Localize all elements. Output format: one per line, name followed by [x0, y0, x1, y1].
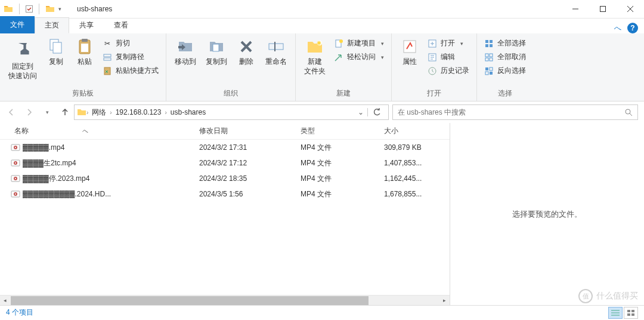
table-row[interactable]: ▓▓▓▓生2tc.mp42024/3/2 17:12MP4 文件1,407,85… [0, 155, 450, 171]
select-none-button[interactable]: 全部取消 [482, 51, 528, 63]
file-name: ▓▓▓▓▓.mp4 [23, 143, 196, 152]
qat-dropdown-icon[interactable]: ▾ [58, 6, 61, 12]
preview-pane: 选择要预览的文件。 [450, 123, 644, 305]
properties-button[interactable]: 属性 [397, 36, 423, 68]
icons-view-button[interactable] [624, 307, 638, 319]
svg-rect-9 [81, 44, 88, 52]
address-dropdown[interactable]: ⌄ [354, 108, 367, 116]
paste-shortcut-button[interactable]: 粘贴快捷方式 [100, 64, 161, 77]
copy-path-button[interactable]: 复制路径 [100, 51, 161, 63]
open-button[interactable]: 打开▾ [425, 37, 472, 50]
svg-rect-8 [82, 39, 88, 42]
delete-button[interactable]: 删除 [233, 36, 259, 68]
new-folder-button[interactable]: 新建 文件夹 [301, 36, 329, 77]
rename-button[interactable]: 重命名 [262, 36, 290, 68]
invert-selection-button[interactable]: 反向选择 [482, 64, 528, 77]
status-bar: 4 个项目 [0, 305, 644, 319]
crumb-host[interactable]: 192.168.0.123 [112, 108, 165, 116]
item-count: 4 个项目 [6, 307, 33, 318]
recent-locations-button[interactable]: ▾ [42, 107, 52, 118]
table-row[interactable]: ▓▓▓▓▓.mp42024/3/2 17:31MP4 文件309,879 KB [0, 140, 450, 155]
search-icon[interactable] [624, 108, 633, 116]
tab-share[interactable]: 共享 [69, 17, 104, 33]
cut-button[interactable]: ✂剪切 [100, 37, 161, 50]
svg-rect-26 [490, 44, 493, 47]
crumb-folder[interactable]: usb-shares [167, 108, 209, 116]
move-to-icon [176, 37, 195, 56]
paste-button[interactable]: 粘贴 [72, 36, 98, 68]
details-view-button[interactable] [608, 307, 623, 319]
search-box[interactable] [392, 104, 638, 120]
table-row[interactable]: ▓▓▓▓▓停.2023.mp42024/3/2 18:35MP4 文件1,162… [0, 171, 450, 186]
scroll-left-button[interactable]: ◂ [0, 296, 10, 306]
forward-button[interactable] [24, 107, 35, 118]
svg-rect-48 [627, 310, 630, 312]
pin-quick-access-button[interactable]: 固定到 快速访问 [5, 36, 41, 82]
select-all-button[interactable]: 全部选择 [482, 37, 528, 50]
svg-line-36 [630, 113, 632, 116]
col-name[interactable]: 名称ヘ [11, 126, 196, 136]
move-to-button[interactable]: 移动到 [171, 36, 200, 68]
copy-label: 复制 [49, 57, 63, 67]
paste-icon [75, 37, 94, 56]
edit-button[interactable]: 编辑 [425, 51, 472, 63]
svg-rect-30 [490, 58, 493, 61]
col-size[interactable]: 大小 [380, 126, 446, 136]
separator [19, 4, 20, 14]
file-type: MP4 文件 [297, 174, 380, 184]
close-button[interactable] [617, 0, 644, 19]
svg-point-35 [626, 109, 630, 114]
new-item-button[interactable]: 新建项目▾ [332, 37, 386, 50]
collapse-ribbon-icon[interactable]: へ [614, 23, 621, 33]
back-button[interactable] [6, 107, 17, 118]
tab-home[interactable]: 主页 [35, 17, 69, 33]
ribbon-group-clipboard: 固定到 快速访问 复制 粘贴 ✂剪切 复制路径 粘贴快捷方式 剪贴板 [0, 33, 166, 101]
minimize-button[interactable] [562, 0, 589, 19]
file-size: 309,879 KB [380, 143, 446, 152]
file-type: MP4 文件 [297, 143, 380, 153]
refresh-button[interactable] [367, 108, 386, 116]
pin-label: 固定到 快速访问 [8, 62, 37, 81]
window-title: usb-shares [65, 5, 562, 13]
ribbon-group-select: 全部选择 全部取消 反向选择 选择 [477, 33, 533, 101]
breadcrumb[interactable]: › 网络 › 192.168.0.123 › usb-shares ⌄ [74, 104, 389, 120]
video-file-icon [11, 189, 23, 199]
invert-icon [484, 66, 494, 76]
scroll-thumb[interactable] [11, 296, 369, 305]
copy-button[interactable]: 复制 [43, 36, 69, 68]
tab-view[interactable]: 查看 [104, 17, 138, 33]
svg-rect-24 [490, 40, 493, 43]
maximize-button[interactable] [589, 0, 617, 19]
copy-to-button[interactable]: 复制到 [202, 36, 231, 68]
content-area: 名称ヘ 修改日期 类型 大小 ▓▓▓▓▓.mp42024/3/2 17:31MP… [0, 123, 644, 305]
copy-to-icon [207, 37, 226, 56]
search-input[interactable] [398, 108, 621, 116]
help-icon[interactable]: ? [627, 23, 638, 33]
svg-rect-28 [490, 54, 493, 57]
table-row[interactable]: ▓▓▓▓▓▓▓▓▓▓.2024.HD...2024/3/5 1:56MP4 文件… [0, 186, 450, 202]
history-button[interactable]: 历史记录 [425, 64, 472, 77]
svg-rect-51 [631, 313, 634, 316]
col-date[interactable]: 修改日期 [196, 126, 297, 136]
file-date: 2024/3/5 1:56 [196, 190, 297, 198]
title-bar: ▾ usb-shares [0, 0, 644, 19]
file-date: 2024/3/2 18:35 [196, 174, 297, 183]
scroll-right-button[interactable]: ▸ [439, 296, 450, 306]
open-icon [428, 39, 437, 48]
horizontal-scrollbar[interactable]: ◂ ▸ [0, 295, 450, 305]
crumb-network[interactable]: 网络 [88, 107, 110, 118]
properties-icon [400, 37, 419, 56]
col-type[interactable]: 类型 [297, 126, 380, 136]
easy-access-button[interactable]: 轻松访问▾ [332, 51, 386, 63]
folder-icon-small[interactable] [45, 4, 55, 14]
edit-icon [428, 53, 437, 62]
qat-checked-icon[interactable] [26, 5, 33, 13]
address-bar-row: ▾ › 网络 › 192.168.0.123 › usb-shares ⌄ [0, 101, 644, 123]
file-size: 1,162,445... [380, 174, 446, 183]
tab-file[interactable]: 文件 [0, 16, 35, 33]
svg-rect-13 [213, 44, 219, 51]
quick-access-toolbar: ▾ [0, 4, 65, 14]
up-button[interactable] [60, 107, 70, 118]
select-none-icon [484, 53, 494, 62]
svg-rect-2 [600, 7, 606, 12]
